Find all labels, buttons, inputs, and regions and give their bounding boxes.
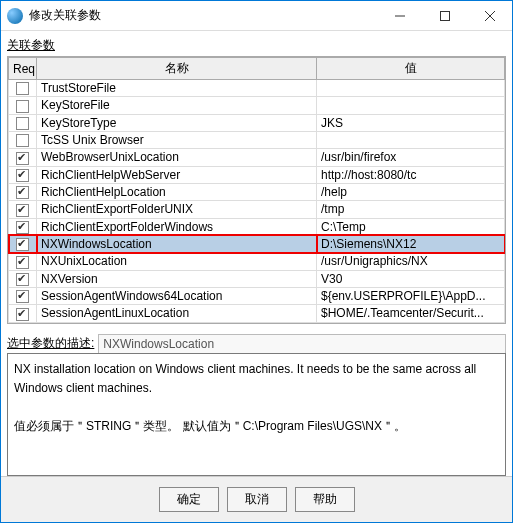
- help-button[interactable]: 帮助: [295, 487, 355, 512]
- value-cell[interactable]: [317, 97, 505, 114]
- value-cell[interactable]: /usr/bin/firefox: [317, 149, 505, 166]
- value-cell[interactable]: [317, 131, 505, 148]
- required-checkbox[interactable]: [16, 221, 29, 234]
- svg-rect-1: [440, 11, 449, 20]
- table-row[interactable]: RichClientExportFolderUNIX/tmp: [9, 201, 505, 218]
- name-cell[interactable]: NXWindowsLocation: [37, 235, 317, 252]
- value-cell[interactable]: /usr/Unigraphics/NX: [317, 253, 505, 270]
- description-body: NX installation location on Windows clie…: [7, 353, 506, 476]
- maximize-button[interactable]: [422, 1, 467, 31]
- name-cell[interactable]: RichClientHelpLocation: [37, 183, 317, 200]
- required-checkbox[interactable]: [16, 290, 29, 303]
- required-cell[interactable]: [9, 149, 37, 166]
- required-cell[interactable]: [9, 183, 37, 200]
- name-cell[interactable]: KeyStoreType: [37, 114, 317, 131]
- value-cell[interactable]: C:\Temp: [317, 218, 505, 235]
- name-cell[interactable]: RichClientExportFolderUNIX: [37, 201, 317, 218]
- required-checkbox[interactable]: [16, 100, 29, 113]
- value-cell[interactable]: /tmp: [317, 201, 505, 218]
- required-checkbox[interactable]: [16, 186, 29, 199]
- value-cell[interactable]: ${env.USERPROFILE}\AppD...: [317, 287, 505, 304]
- value-cell[interactable]: /help: [317, 183, 505, 200]
- cancel-button[interactable]: 取消: [227, 487, 287, 512]
- ok-button[interactable]: 确定: [159, 487, 219, 512]
- section-label: 关联参数: [7, 37, 55, 54]
- required-checkbox[interactable]: [16, 204, 29, 217]
- name-cell[interactable]: RichClientExportFolderWindows: [37, 218, 317, 235]
- name-cell[interactable]: RichClientHelpWebServer: [37, 166, 317, 183]
- column-header-value[interactable]: 值: [317, 58, 505, 80]
- minimize-button[interactable]: [377, 1, 422, 31]
- title-bar: 修改关联参数: [1, 1, 512, 31]
- description-line: NX installation location on Windows clie…: [14, 360, 499, 398]
- value-cell[interactable]: JKS: [317, 114, 505, 131]
- table-row[interactable]: SessionAgentLinuxLocation$HOME/.Teamcent…: [9, 305, 505, 322]
- required-checkbox[interactable]: [16, 134, 29, 147]
- name-cell[interactable]: SessionAgentWindows64Location: [37, 287, 317, 304]
- name-cell[interactable]: SessionAgentLinuxLocation: [37, 305, 317, 322]
- required-cell[interactable]: [9, 80, 37, 97]
- required-checkbox[interactable]: [16, 308, 29, 321]
- required-cell[interactable]: [9, 114, 37, 131]
- name-cell[interactable]: KeyStoreFile: [37, 97, 317, 114]
- table-row[interactable]: SessionAgentWindows64Location${env.USERP…: [9, 287, 505, 304]
- table-row[interactable]: KeyStoreTypeJKS: [9, 114, 505, 131]
- required-cell[interactable]: [9, 270, 37, 287]
- required-checkbox[interactable]: [16, 238, 29, 251]
- window-title: 修改关联参数: [29, 7, 101, 24]
- required-checkbox[interactable]: [16, 152, 29, 165]
- required-cell[interactable]: [9, 218, 37, 235]
- required-cell[interactable]: [9, 201, 37, 218]
- table-row[interactable]: NXUnixLocation/usr/Unigraphics/NX: [9, 253, 505, 270]
- app-icon: [7, 8, 23, 24]
- required-checkbox[interactable]: [16, 273, 29, 286]
- required-checkbox[interactable]: [16, 256, 29, 269]
- table-row[interactable]: WebBrowserUnixLocation/usr/bin/firefox: [9, 149, 505, 166]
- name-cell[interactable]: NXVersion: [37, 270, 317, 287]
- required-cell[interactable]: [9, 305, 37, 322]
- required-cell[interactable]: [9, 131, 37, 148]
- table-row[interactable]: TcSS Unix Browser: [9, 131, 505, 148]
- column-header-name[interactable]: 名称: [37, 58, 317, 80]
- name-cell[interactable]: NXUnixLocation: [37, 253, 317, 270]
- value-cell[interactable]: $HOME/.Teamcenter/Securit...: [317, 305, 505, 322]
- description-line: 值必须属于＂STRING＂类型。 默认值为＂C:\Program Files\U…: [14, 417, 499, 436]
- value-cell[interactable]: D:\Siemens\NX12: [317, 235, 505, 252]
- required-checkbox[interactable]: [16, 117, 29, 130]
- required-cell[interactable]: [9, 287, 37, 304]
- name-cell[interactable]: TrustStoreFile: [37, 80, 317, 97]
- description-label: 选中参数的描述:: [7, 335, 94, 352]
- table-row[interactable]: RichClientHelpWebServerhttp://host:8080/…: [9, 166, 505, 183]
- table-row[interactable]: NXVersionV30: [9, 270, 505, 287]
- required-checkbox[interactable]: [16, 82, 29, 95]
- required-cell[interactable]: [9, 253, 37, 270]
- table-row[interactable]: NXWindowsLocationD:\Siemens\NX12: [9, 235, 505, 252]
- name-cell[interactable]: WebBrowserUnixLocation: [37, 149, 317, 166]
- required-cell[interactable]: [9, 97, 37, 114]
- required-checkbox[interactable]: [16, 169, 29, 182]
- table-row[interactable]: RichClientHelpLocation/help: [9, 183, 505, 200]
- required-cell[interactable]: [9, 235, 37, 252]
- close-button[interactable]: [467, 1, 512, 31]
- table-row[interactable]: KeyStoreFile: [9, 97, 505, 114]
- table-row[interactable]: RichClientExportFolderWindowsC:\Temp: [9, 218, 505, 235]
- column-header-required[interactable]: Req: [9, 58, 37, 80]
- value-cell[interactable]: http://host:8080/tc: [317, 166, 505, 183]
- description-selected-name: NXWindowsLocation: [98, 334, 506, 353]
- required-cell[interactable]: [9, 166, 37, 183]
- value-cell[interactable]: [317, 80, 505, 97]
- button-bar: 确定 取消 帮助: [1, 476, 512, 522]
- parameters-table: Req 名称 值 TrustStoreFileKeyStoreFileKeySt…: [7, 56, 506, 324]
- value-cell[interactable]: V30: [317, 270, 505, 287]
- table-row[interactable]: TrustStoreFile: [9, 80, 505, 97]
- name-cell[interactable]: TcSS Unix Browser: [37, 131, 317, 148]
